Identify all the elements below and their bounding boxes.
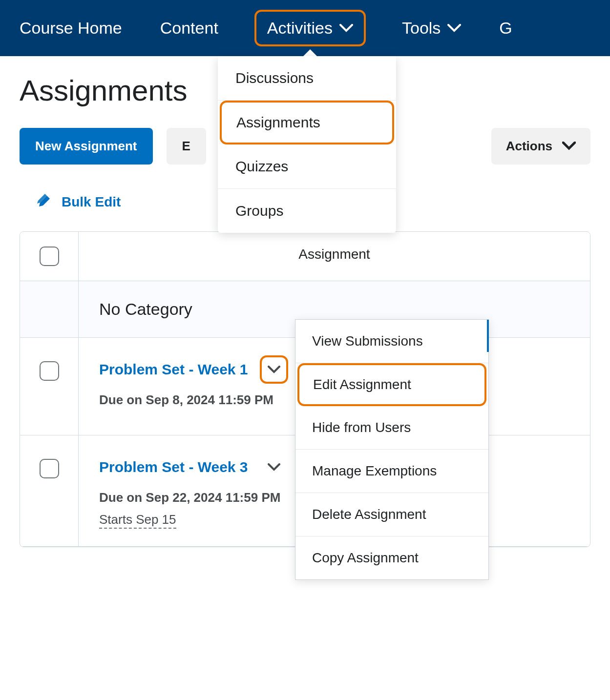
nav-content[interactable]: Content (160, 19, 218, 38)
edit-categories-button[interactable]: E (167, 128, 206, 165)
new-assignment-button[interactable]: New Assignment (20, 128, 153, 165)
context-manage-exemptions[interactable]: Manage Exemptions (295, 450, 488, 493)
nav-grades-label: G (499, 19, 512, 38)
context-delete-assignment[interactable]: Delete Assignment (295, 493, 488, 536)
dropdown-groups-label: Groups (235, 203, 283, 219)
top-navbar: Course Home Content Activities Tools G (0, 0, 610, 56)
activities-dropdown-menu: Discussions Assignments Quizzes Groups (218, 56, 396, 233)
nav-content-label: Content (160, 19, 218, 38)
context-view-submissions-label: View Submissions (312, 333, 423, 349)
nav-grades[interactable]: G (499, 19, 512, 38)
nav-tools-label: Tools (402, 19, 441, 38)
chevron-down-icon (447, 24, 461, 33)
dropdown-assignments-label: Assignments (236, 114, 320, 130)
dropdown-item-discussions[interactable]: Discussions (218, 56, 396, 101)
scroll-indicator (487, 320, 489, 352)
dropdown-item-groups[interactable]: Groups (218, 189, 396, 233)
select-all-checkbox[interactable] (40, 247, 59, 266)
context-hide-from-users-label: Hide from Users (312, 420, 411, 435)
chevron-down-icon (268, 463, 280, 471)
dropdown-quizzes-label: Quizzes (235, 158, 288, 174)
bulk-edit-label: Bulk Edit (62, 194, 121, 210)
chevron-down-icon (339, 24, 353, 33)
dropdown-discussions-label: Discussions (235, 70, 314, 86)
table-header-row: Assignment (20, 232, 590, 281)
more-actions-label: Actions (506, 139, 552, 154)
assignment-actions-toggle[interactable] (260, 453, 288, 481)
assignment-actions-toggle[interactable] (260, 355, 288, 384)
nav-course-home[interactable]: Course Home (20, 19, 122, 38)
assignment-link[interactable]: Problem Set - Week 1 (99, 361, 248, 378)
assignment-link[interactable]: Problem Set - Week 3 (99, 459, 248, 475)
nav-tools[interactable]: Tools (402, 19, 461, 38)
nav-activities[interactable]: Activities (254, 10, 366, 46)
category-checkbox-cell (20, 281, 79, 337)
nav-activities-label: Activities (267, 19, 333, 38)
assignment-context-menu: View Submissions Edit Assignment Hide fr… (295, 319, 489, 580)
pencil-icon (37, 192, 54, 212)
context-hide-from-users[interactable]: Hide from Users (295, 406, 488, 450)
nav-course-home-label: Course Home (20, 19, 122, 38)
more-actions-button[interactable]: Actions (491, 128, 590, 165)
chevron-down-icon (268, 366, 280, 373)
context-copy-assignment[interactable]: Copy Assignment (295, 536, 488, 579)
dropdown-item-assignments[interactable]: Assignments (220, 101, 394, 144)
context-delete-assignment-label: Delete Assignment (312, 507, 426, 522)
context-view-submissions[interactable]: View Submissions (295, 320, 488, 363)
chevron-down-icon (562, 139, 576, 154)
column-header-assignment: Assignment (79, 232, 590, 281)
edit-categories-label: E (182, 139, 190, 154)
row-checkbox[interactable] (40, 459, 59, 478)
dropdown-item-quizzes[interactable]: Quizzes (218, 144, 396, 189)
assignment-starts-text: Starts Sep 15 (99, 512, 176, 529)
select-all-cell (20, 232, 79, 281)
context-edit-assignment[interactable]: Edit Assignment (297, 363, 486, 406)
row-checkbox[interactable] (40, 361, 59, 381)
context-copy-assignment-label: Copy Assignment (312, 550, 419, 565)
context-edit-assignment-label: Edit Assignment (313, 377, 411, 392)
new-assignment-label: New Assignment (35, 139, 137, 153)
context-manage-exemptions-label: Manage Exemptions (312, 463, 437, 478)
